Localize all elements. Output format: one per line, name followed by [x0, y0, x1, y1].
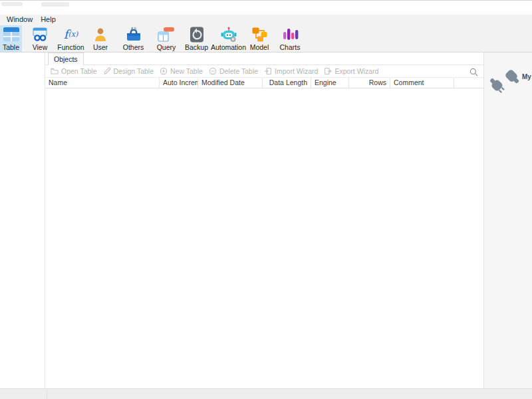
column-header-comment[interactable]: Comment: [390, 78, 454, 88]
export-wizard-button[interactable]: Export Wizard: [324, 67, 378, 75]
open-table-label: Open Table: [61, 67, 97, 75]
toolbar-button-label: View: [33, 43, 48, 51]
toolbar-button-label: Function: [57, 43, 84, 51]
new-table-icon: [160, 67, 168, 75]
status-bar: [0, 388, 532, 399]
toolbar-button-label: Backup: [185, 43, 208, 51]
toolbar-button-label: Query: [157, 43, 176, 51]
object-toolbar: Open Table Design Table New Table: [45, 65, 483, 78]
column-header-rows[interactable]: Rows: [349, 78, 390, 88]
connector-plug-icon: [489, 66, 521, 98]
column-header-modified-date[interactable]: Modified Date: [198, 78, 263, 88]
toolbar-button-automation[interactable]: Automation: [212, 25, 245, 52]
toolbar-button-label: Automation: [211, 43, 246, 51]
toolbar-button-view[interactable]: View: [29, 25, 51, 52]
titlebar-fragment: [1, 2, 23, 6]
import-wizard-icon: [264, 67, 272, 75]
navigation-pane: [0, 53, 45, 388]
tab-objects[interactable]: Objects: [48, 53, 84, 65]
design-table-icon: [103, 67, 111, 75]
toolbar-button-backup[interactable]: Backup: [184, 25, 209, 52]
design-table-label: Design Table: [114, 67, 154, 75]
delete-table-label: Delete Table: [219, 67, 258, 75]
toolbar-button-query[interactable]: Query: [155, 25, 178, 52]
menu-window[interactable]: Window: [3, 15, 37, 25]
tab-strip: Objects: [45, 53, 483, 65]
design-table-button[interactable]: Design Table: [103, 67, 154, 75]
import-wizard-label: Import Wizard: [275, 67, 318, 75]
menu-help[interactable]: Help: [37, 15, 60, 25]
export-wizard-label: Export Wizard: [334, 67, 378, 75]
toolbar-button-table[interactable]: Table: [0, 25, 22, 52]
toolbar-button-label: Charts: [280, 43, 301, 51]
new-table-label: New Table: [170, 67, 203, 75]
column-header-auto-increment[interactable]: Auto Increm...: [160, 78, 198, 88]
toolbar-button-label: Model: [250, 43, 269, 51]
toolbar-button-function[interactable]: f(x) Function: [56, 25, 86, 52]
toolbar-button-label: Table: [3, 43, 19, 51]
connection-item[interactable]: My: [484, 53, 532, 98]
menu-bar: Window Help: [0, 15, 532, 25]
toolbar-button-others[interactable]: Others: [120, 25, 147, 52]
function-icon: f(x): [64, 26, 78, 43]
statusbar-divider: [47, 390, 47, 399]
column-header-name[interactable]: Name: [45, 78, 160, 88]
connection-panel: My: [483, 53, 532, 388]
view-icon: [31, 26, 49, 43]
model-icon: [251, 26, 268, 43]
import-wizard-button[interactable]: Import Wizard: [264, 67, 318, 75]
toolbar-button-label: Others: [123, 43, 144, 51]
user-icon: [92, 26, 108, 43]
column-header-filler: [454, 78, 483, 88]
toolbar-button-model[interactable]: Model: [247, 25, 271, 52]
main-pane: Objects Open Table Design Table: [45, 53, 483, 388]
automation-icon: [220, 26, 237, 43]
delete-table-button[interactable]: Delete Table: [209, 67, 258, 75]
column-header-data-length[interactable]: Data Length: [263, 78, 311, 88]
backup-icon: [189, 26, 205, 43]
app-window: Window Help Table: [0, 0, 532, 399]
export-wizard-icon: [324, 67, 332, 75]
main-toolbar: Table View f(x) Function: [0, 25, 532, 53]
object-list-header: Name Auto Increm... Modified Date Data L…: [45, 78, 483, 88]
open-table-icon: [51, 67, 59, 75]
delete-table-icon: [209, 67, 217, 75]
search-icon: [469, 68, 478, 76]
toolbar-button-charts[interactable]: Charts: [277, 25, 303, 52]
open-table-button[interactable]: Open Table: [51, 67, 97, 75]
title-bar: [0, 0, 532, 15]
new-table-button[interactable]: New Table: [160, 67, 203, 75]
toolbar-button-label: User: [93, 43, 108, 51]
query-icon: [158, 26, 175, 43]
table-icon: [3, 26, 20, 43]
others-icon: [125, 26, 142, 43]
column-header-engine[interactable]: Engine: [311, 78, 349, 88]
toolbar-button-user[interactable]: User: [89, 25, 112, 52]
charts-icon: [281, 26, 299, 43]
connection-name-label: My: [522, 73, 531, 80]
titlebar-fragment: [41, 2, 69, 7]
object-list-body: [45, 88, 483, 390]
